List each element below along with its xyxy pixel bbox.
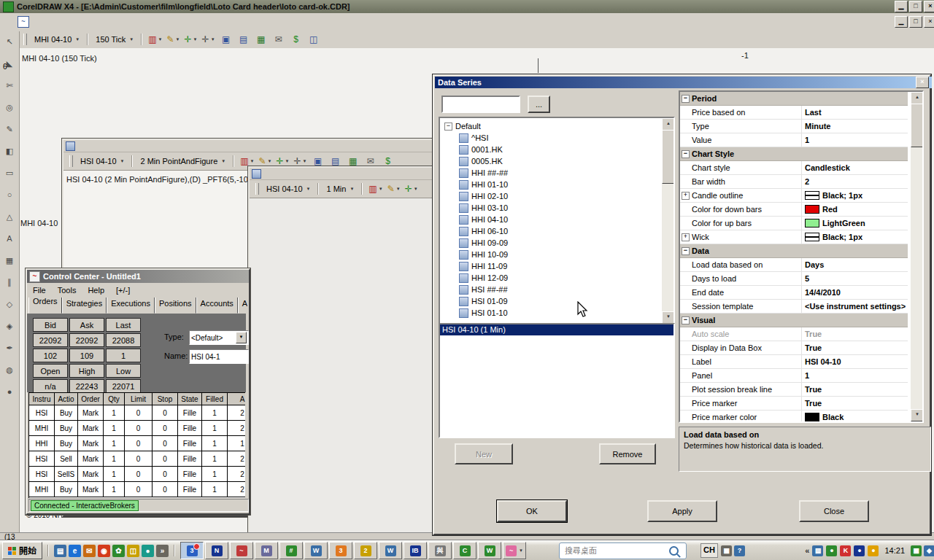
smart-fill-tool-icon[interactable]: ◧ — [3, 145, 16, 157]
pf-chart-titlebar[interactable] — [63, 140, 433, 152]
scroll-down-icon[interactable]: ▼ — [662, 311, 675, 324]
task-app-7[interactable]: 3 — [329, 542, 352, 559]
close-button[interactable]: × — [924, 1, 934, 12]
order-row-5[interactable]: MHIBuyMark100Fille12 — [29, 482, 245, 497]
chart-style-icon[interactable]: ▥▼ — [147, 33, 163, 46]
restore-button[interactable]: □ — [909, 1, 922, 12]
quick-launch-show-desktop[interactable]: ▤ — [54, 545, 66, 557]
order-row-2[interactable]: HHIBuyMark100Fille11 — [29, 436, 245, 451]
cc-tab-acc[interactable]: Acc — [238, 298, 247, 314]
property-plot-session-break-line[interactable]: Plot session break lineTrue — [680, 383, 908, 397]
property-bar-width[interactable]: Bar width2 — [680, 175, 908, 189]
tree-item-hhi-01-10[interactable]: HHI 01-10 — [440, 179, 674, 190]
toolbar-grip[interactable] — [255, 183, 259, 195]
property-price-based-on[interactable]: Price based onLast — [680, 106, 908, 120]
order-row-0[interactable]: HSIBuyMark100Fille12 — [29, 405, 245, 421]
account-dollar-icon[interactable]: $ — [288, 33, 304, 46]
property-session-template[interactable]: Session template<Use instrument settings… — [680, 300, 908, 314]
instrument-name-field[interactable]: HSI 04-1 — [189, 349, 249, 364]
collapse-icon[interactable]: − — [682, 316, 690, 324]
interval-selector[interactable]: 150 Tick ▼ — [93, 34, 136, 45]
task-app-1[interactable]: 3 — [180, 542, 204, 559]
task-app-11[interactable]: 與 — [428, 542, 452, 559]
task-app-3[interactable]: ~ — [230, 542, 253, 559]
scrollbar-thumb[interactable] — [662, 130, 675, 184]
minimize-button[interactable]: ▁ — [895, 1, 908, 12]
close-button[interactable]: Close — [799, 500, 869, 522]
scroll-up-icon[interactable]: ▲ — [662, 118, 675, 131]
min-chart-area[interactable] — [250, 198, 433, 532]
cc-menu-item-help[interactable]: Help — [82, 284, 110, 296]
property-price-marker[interactable]: Price markerTrue — [680, 397, 908, 411]
toolbar-grip[interactable] — [23, 34, 27, 45]
quick-launch-media[interactable]: ◉ — [98, 545, 110, 557]
task-app-8[interactable]: 2 — [354, 542, 377, 559]
cc-menu-item-3[interactable]: [+/-] — [110, 284, 136, 296]
close-button[interactable]: × — [924, 16, 934, 28]
tree-item-hhi-09-09[interactable]: HHI 09-09 — [440, 237, 674, 249]
apply-button[interactable]: Apply — [647, 500, 717, 522]
tree-item-hsi[interactable]: ^HSI — [440, 132, 674, 144]
order-row-4[interactable]: HSISellSMark100Fille12 — [29, 467, 245, 482]
tray-k-icon[interactable]: K — [840, 545, 851, 556]
tree-item-0005-hk[interactable]: 0005.HK — [440, 155, 674, 167]
close-button[interactable]: × — [916, 77, 929, 88]
property-display-in-data-box[interactable]: Display in Data BoxTrue — [680, 341, 908, 355]
pick-tool-icon[interactable]: ↖ — [3, 36, 16, 47]
property-group-visual[interactable]: −Visual — [680, 314, 908, 327]
tree-item-hhi-12-09[interactable]: HHI 12-09 — [440, 272, 674, 284]
task-app-14[interactable]: ~▼ — [503, 542, 526, 559]
tray-end-calendar-icon[interactable]: ▦ — [911, 545, 922, 556]
expand-icon[interactable]: + — [682, 233, 690, 241]
order-row-3[interactable]: HSISellMark100Fille12 — [29, 451, 245, 467]
tree-item-hhi-03-10[interactable]: HHI 03-10 — [440, 202, 674, 214]
tray-doc-icon[interactable]: ▤ — [812, 545, 823, 556]
tree-item-hhi-06-10[interactable]: HHI 06-10 — [440, 225, 674, 237]
table-tool-icon[interactable]: ▦ — [3, 254, 16, 266]
quick-launch-messenger[interactable]: ✿ — [112, 545, 125, 557]
property-auto-scale[interactable]: Auto scaleTrue — [680, 327, 908, 341]
parallel-tool-icon[interactable]: ∥ — [3, 276, 16, 288]
property-type[interactable]: TypeMinute — [680, 120, 908, 133]
minimize-button[interactable]: ▁ — [895, 16, 908, 28]
expand-icon[interactable]: + — [682, 192, 690, 200]
property-price-marker-color[interactable]: Price marker colorBlack — [680, 411, 908, 423]
task-app-10[interactable]: IB — [404, 542, 427, 559]
property-group-data[interactable]: −Data — [680, 244, 908, 258]
tree-item-hsi[interactable]: HSI ##-## — [440, 284, 674, 295]
quick-launch-explorer[interactable]: ◫ — [127, 545, 139, 557]
task-app-4[interactable]: M — [255, 542, 278, 559]
outline-tool-icon[interactable]: ◍ — [3, 364, 16, 376]
tray-blue-icon[interactable]: ● — [854, 545, 865, 556]
collapse-icon[interactable]: − — [682, 150, 690, 158]
tree-item-hsi-01-10[interactable]: HSI 01-10 — [440, 307, 674, 319]
data-series-titlebar[interactable]: Data Series × — [435, 77, 932, 88]
tray-chevron-icon[interactable]: « — [805, 545, 809, 556]
scroll-down-icon[interactable]: ▼ — [911, 409, 924, 421]
task-app-2[interactable]: N — [205, 542, 228, 559]
min-chart-titlebar[interactable] — [250, 168, 433, 180]
browse-button[interactable]: ... — [528, 96, 550, 113]
start-button[interactable]: 開始 — [2, 542, 42, 559]
cc-tab-accounts[interactable]: Accounts — [196, 298, 238, 314]
keyboard-icon[interactable]: ▦ — [721, 545, 732, 556]
instrument-selector[interactable]: HSI 04-10 ▼ — [77, 155, 127, 167]
tray-end-diamond-icon[interactable]: ◆ — [924, 545, 934, 556]
task-app-9[interactable]: W — [379, 542, 402, 559]
property-wick[interactable]: +WickBlack; 1px — [680, 230, 908, 244]
mail-icon[interactable]: ✉ — [271, 33, 287, 46]
property-color-for-up-bars[interactable]: Color for up barsLightGreen — [680, 217, 908, 230]
basic-shapes-tool-icon[interactable]: ◇ — [3, 298, 16, 310]
quick-launch-ie[interactable]: e — [69, 545, 81, 557]
ellipse-tool-icon[interactable]: ○ — [3, 189, 16, 201]
indicator-icon[interactable]: ✛▼ — [183, 33, 199, 46]
property-chart-style[interactable]: Chart styleCandlestick — [680, 161, 908, 175]
language-indicator[interactable]: CH — [700, 543, 718, 558]
tree-item-hhi-10-09[interactable]: HHI 10-09 — [440, 249, 674, 260]
cc-tab-executions[interactable]: Executions — [107, 298, 155, 314]
control-center-titlebar[interactable]: ~ Control Center - Untitled1 — [27, 270, 250, 283]
crosshair-icon[interactable]: ✛▼ — [201, 33, 217, 46]
tree-item-hhi-04-10[interactable]: HHI 04-10 — [440, 214, 674, 225]
drawing-tools-icon[interactable]: ✎▼ — [386, 182, 402, 195]
scrollbar-thumb[interactable] — [911, 104, 924, 147]
